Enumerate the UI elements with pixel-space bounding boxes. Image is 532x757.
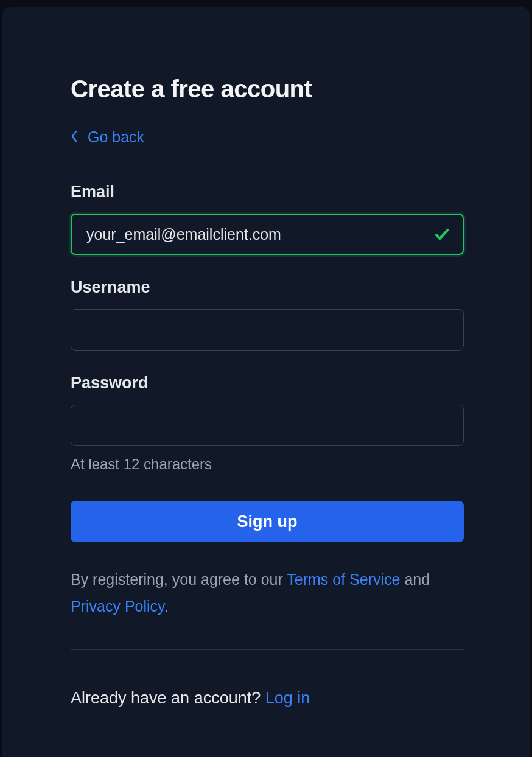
- username-label: Username: [71, 278, 464, 297]
- legal-prefix: By registering, you agree to our: [71, 571, 287, 588]
- login-prompt-text: Already have an account?: [71, 689, 265, 707]
- login-prompt: Already have an account? Log in: [71, 689, 464, 708]
- go-back-link[interactable]: Go back: [71, 128, 144, 146]
- password-label: Password: [71, 374, 464, 392]
- login-link[interactable]: Log in: [265, 689, 310, 707]
- checkmark-icon: [433, 226, 450, 243]
- email-input[interactable]: [71, 214, 464, 255]
- chevron-left-icon: [71, 128, 78, 146]
- divider: [71, 649, 464, 650]
- username-input-wrapper: [71, 309, 464, 351]
- legal-text: By registering, you agree to our Terms o…: [71, 567, 464, 620]
- legal-suffix: .: [164, 598, 169, 615]
- email-label: Email: [71, 183, 464, 201]
- email-input-wrapper: [71, 214, 464, 255]
- terms-of-service-link[interactable]: Terms of Service: [287, 571, 400, 588]
- username-field-group: Username: [71, 278, 464, 351]
- privacy-policy-link[interactable]: Privacy Policy: [71, 598, 164, 615]
- password-hint: At least 12 characters: [71, 456, 464, 473]
- signup-card: Create a free account Go back Email User…: [2, 7, 530, 757]
- signup-button[interactable]: Sign up: [71, 501, 464, 542]
- username-input[interactable]: [71, 309, 464, 351]
- page-title: Create a free account: [71, 75, 464, 103]
- password-input[interactable]: [71, 405, 464, 446]
- go-back-label: Go back: [88, 128, 144, 146]
- password-field-group: Password At least 12 characters: [71, 374, 464, 473]
- legal-middle: and: [400, 571, 430, 588]
- email-field-group: Email: [71, 183, 464, 255]
- password-input-wrapper: [71, 405, 464, 446]
